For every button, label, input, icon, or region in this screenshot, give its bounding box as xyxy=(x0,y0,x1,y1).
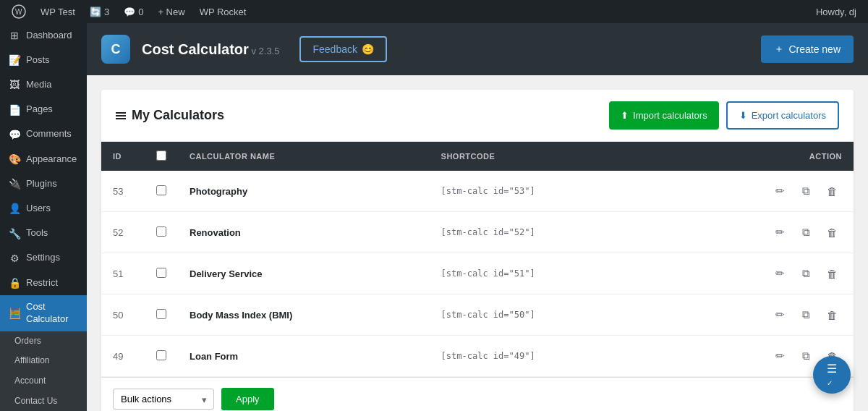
select-all-checkbox[interactable] xyxy=(156,151,166,161)
export-calculators-button[interactable]: ⬇ Export calculators xyxy=(726,101,839,130)
contact-us-label: Contact Us xyxy=(14,396,57,407)
updates-icon: 🔄 xyxy=(90,7,101,17)
comments-item[interactable]: 💬 0 xyxy=(118,0,149,23)
sidebar-item-settings[interactable]: ⚙ Settings xyxy=(0,246,87,271)
plugin-title: Cost Calculator xyxy=(142,41,249,57)
edit-button[interactable]: ✏ xyxy=(770,305,790,325)
sidebar-item-dashboard[interactable]: ⊞ Dashboard xyxy=(0,23,87,48)
bulk-actions-select[interactable]: Bulk actionsDelete xyxy=(113,389,214,410)
affiliation-label: Affiliation xyxy=(14,355,49,367)
delete-button[interactable]: 🗑 xyxy=(822,305,842,325)
th-action: ACTION xyxy=(663,142,854,171)
sidebar-item-users[interactable]: 👤 Users xyxy=(0,196,87,221)
users-icon: 👤 xyxy=(7,202,22,215)
action-icons-group: ✏ ⧉ 🗑 xyxy=(675,181,842,201)
table-row: 49 Loan Form [stm-calc id="49"] ✏ ⧉ 🗑 xyxy=(101,336,854,377)
sidebar-item-cost-calculator[interactable]: 🧮 Cost Calculator xyxy=(0,295,87,331)
sidebar-item-affiliation[interactable]: Affiliation xyxy=(0,351,87,371)
updates-count: 3 xyxy=(104,7,109,17)
sidebar-item-contact-us[interactable]: Contact Us xyxy=(0,391,87,411)
th-shortcode: SHORTCODE xyxy=(430,142,663,171)
sidebar-item-label: Comments xyxy=(26,128,72,140)
plugin-header: C Cost Calculator v 2.3.5 Feedback 😊 ＋ C… xyxy=(87,23,868,75)
copy-button[interactable]: ⧉ xyxy=(796,181,816,201)
account-label: Account xyxy=(14,376,46,387)
sidebar-item-comments[interactable]: 💬 Comments xyxy=(0,122,87,147)
row-checkbox[interactable] xyxy=(156,309,166,319)
card-title: My Calculators xyxy=(116,108,224,123)
appearance-icon: 🎨 xyxy=(7,153,22,166)
edit-button[interactable]: ✏ xyxy=(770,181,790,201)
row-shortcode: [stm-calc id="53"] xyxy=(430,171,663,212)
row-checkbox-cell xyxy=(145,295,178,336)
row-shortcode: [stm-calc id="52"] xyxy=(430,212,663,253)
new-item[interactable]: + New xyxy=(152,0,190,23)
logo-text: C xyxy=(111,42,121,57)
sidebar-item-label: Settings xyxy=(26,252,60,264)
copy-button[interactable]: ⧉ xyxy=(796,346,816,366)
edit-button[interactable]: ✏ xyxy=(770,263,790,284)
sidebar: ⊞ Dashboard 📝 Posts 🖼 Media 📄 Pages 💬 Co… xyxy=(0,23,87,411)
sidebar-item-media[interactable]: 🖼 Media xyxy=(0,72,87,97)
sidebar-item-posts[interactable]: 📝 Posts xyxy=(0,48,87,72)
plugin-version: v 2.3.5 xyxy=(251,46,279,56)
row-actions: ✏ ⧉ 🗑 xyxy=(663,212,854,253)
copy-button[interactable]: ⧉ xyxy=(796,305,816,325)
sidebar-item-orders[interactable]: Orders xyxy=(0,331,87,352)
row-checkbox-cell xyxy=(145,171,178,212)
site-name-item[interactable]: WP Test xyxy=(35,0,81,23)
import-calculators-button[interactable]: ⬆ Import calculators xyxy=(609,101,719,130)
delete-button[interactable]: 🗑 xyxy=(822,222,842,242)
apply-button[interactable]: Apply xyxy=(221,388,274,410)
sidebar-item-restrict[interactable]: 🔒 Restrict xyxy=(0,271,87,295)
fab-button[interactable]: ☰✓ xyxy=(813,356,851,394)
updates-item[interactable]: 🔄 3 xyxy=(84,0,115,23)
delete-button[interactable]: 🗑 xyxy=(822,181,842,201)
row-checkbox[interactable] xyxy=(156,268,166,278)
create-new-button[interactable]: ＋ Create new xyxy=(761,35,854,63)
row-checkbox[interactable] xyxy=(156,350,166,360)
edit-button[interactable]: ✏ xyxy=(770,346,790,366)
sidebar-item-account[interactable]: Account xyxy=(0,371,87,391)
sidebar-item-label: Posts xyxy=(26,54,50,67)
row-name: Loan Form xyxy=(178,336,430,377)
content-area: My Calculators ⬆ Import calculators ⬇ Ex… xyxy=(87,75,868,411)
sidebar-item-pages[interactable]: 📄 Pages xyxy=(0,98,87,122)
row-checkbox[interactable] xyxy=(156,226,166,237)
th-checkbox xyxy=(145,142,178,171)
row-name: Renovation xyxy=(178,212,430,253)
row-id: 51 xyxy=(101,253,145,295)
row-name: Body Mass Index (BMI) xyxy=(178,295,430,336)
feedback-button[interactable]: Feedback 😊 xyxy=(299,36,386,62)
card-actions: ⬆ Import calculators ⬇ Export calculator… xyxy=(609,101,839,130)
title-icon xyxy=(116,112,126,119)
copy-button[interactable]: ⧉ xyxy=(796,222,816,242)
row-checkbox[interactable] xyxy=(156,185,166,195)
sidebar-item-plugins[interactable]: 🔌 Plugins xyxy=(0,171,87,196)
table-row: 53 Photography [stm-calc id="53"] ✏ ⧉ 🗑 xyxy=(101,171,854,212)
row-actions: ✏ ⧉ 🗑 xyxy=(663,253,854,295)
sidebar-item-label: Restrict xyxy=(26,277,58,289)
edit-button[interactable]: ✏ xyxy=(770,222,790,242)
card-header: My Calculators ⬆ Import calculators ⬇ Ex… xyxy=(101,90,854,142)
sidebar-item-label: Dashboard xyxy=(26,30,72,42)
site-name: WP Test xyxy=(41,7,75,17)
orders-label: Orders xyxy=(14,336,41,347)
comments-icon: 💬 xyxy=(7,128,22,141)
wp-rocket-label: WP Rocket xyxy=(200,7,247,17)
create-new-label: Create new xyxy=(788,43,841,55)
export-icon: ⬇ xyxy=(739,110,747,121)
sidebar-item-tools[interactable]: 🔧 Tools xyxy=(0,221,87,246)
new-label: + New xyxy=(158,7,184,17)
delete-button[interactable]: 🗑 xyxy=(822,263,842,284)
import-icon: ⬆ xyxy=(621,110,629,121)
copy-button[interactable]: ⧉ xyxy=(796,263,816,284)
wp-logo-item[interactable]: W xyxy=(6,0,32,23)
wp-rocket-item[interactable]: WP Rocket xyxy=(194,0,252,23)
calculators-table: ID CALCULATOR NAME SHORTCODE ACTION 53 xyxy=(101,142,854,377)
sidebar-item-label: Appearance xyxy=(26,153,77,166)
plus-icon: ＋ xyxy=(774,43,784,56)
row-shortcode: [stm-calc id="49"] xyxy=(430,336,663,377)
sidebar-item-appearance[interactable]: 🎨 Appearance xyxy=(0,147,87,171)
howdy-item[interactable]: Howdy, dj xyxy=(810,0,862,23)
